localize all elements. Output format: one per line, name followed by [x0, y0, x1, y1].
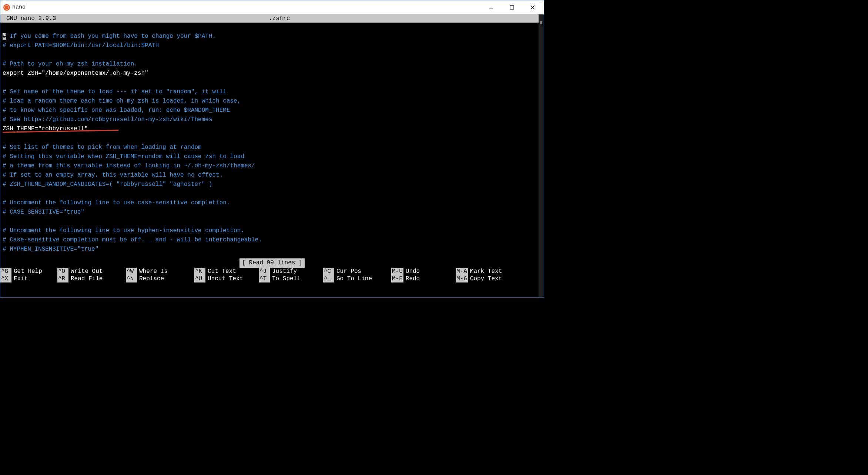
shortcut-key: ^J: [259, 268, 270, 275]
editor-line: # ZSH_THEME_RANDOM_CANDIDATES=( "robbyru…: [0, 180, 544, 189]
editor-line: ZSH_THEME="robbyrussell": [0, 124, 544, 134]
shortcut-key: ^X: [0, 275, 11, 282]
shortcut-key: ^U: [194, 275, 205, 282]
shortcut-label: Go To Line: [334, 275, 372, 282]
editor-line: [0, 78, 544, 87]
shortcut-label: Cur Pos: [334, 268, 361, 275]
shortcut-key: ^W: [126, 268, 137, 275]
svg-rect-1: [510, 6, 514, 9]
editor-line: # If set to an empty array, this variabl…: [0, 171, 544, 180]
shortcut-item: M-ERedo: [391, 275, 456, 282]
shortcut-key: ^O: [57, 268, 68, 275]
shortcut-item: M-UUndo: [391, 268, 456, 275]
shortcut-key: ^K: [194, 268, 205, 275]
minimize-button[interactable]: [486, 2, 496, 13]
shortcut-label: Cut Text: [205, 268, 236, 275]
shortcut-label: Undo: [403, 268, 420, 275]
editor-line: [0, 217, 544, 226]
editor-line: # export PATH=$HOME/bin:/usr/local/bin:$…: [0, 41, 544, 50]
ubuntu-icon: [3, 4, 10, 11]
shortcut-label: Get Help: [11, 268, 42, 275]
shortcut-key: ^G: [0, 268, 11, 275]
editor-line: # If you come from bash you might have t…: [0, 32, 544, 41]
shortcut-row-2: ^XExit^RRead File^\Replace^UUncut Text^T…: [0, 275, 539, 282]
shortcut-item: ^KCut Text: [194, 268, 259, 275]
shortcut-bar: ^GGet Help^OWrite Out^WWhere Is^KCut Tex…: [0, 268, 539, 282]
shortcut-key: M-E: [391, 275, 403, 282]
shortcut-item: ^CCur Pos: [323, 268, 391, 275]
shortcut-item: M-AMark Text: [456, 268, 539, 275]
editor-line: # Uncomment the following line to use ca…: [0, 198, 544, 208]
shortcut-key: ^T: [259, 275, 270, 282]
maximize-button[interactable]: [507, 2, 517, 13]
shortcut-item: ^UUncut Text: [194, 275, 259, 282]
editor-line: # Set name of the theme to load --- if s…: [0, 87, 544, 97]
editor-line: # Uncomment the following line to use hy…: [0, 226, 544, 235]
shortcut-key: ^C: [323, 268, 334, 275]
nano-header: GNU nano 2.9.3 .zshrc: [0, 14, 544, 23]
shortcut-key: M-U: [391, 268, 403, 275]
shortcut-item: ^_Go To Line: [323, 275, 391, 282]
shortcut-item: M-6Copy Text: [456, 275, 539, 282]
shortcut-item: ^TTo Spell: [259, 275, 323, 282]
editor-line: [0, 189, 544, 198]
shortcut-label: Exit: [11, 275, 28, 282]
editor-line: [0, 134, 544, 143]
window-title: nano: [12, 4, 26, 10]
scrollbar-thumb[interactable]: [540, 21, 542, 24]
editor-line: # See https://github.com/robbyrussell/oh…: [0, 115, 544, 124]
shortcut-label: Write Out: [68, 268, 103, 275]
window-controls: [486, 2, 541, 13]
status-bar: [ Read 99 lines ]: [0, 258, 544, 268]
shortcut-label: Redo: [403, 275, 420, 282]
shortcut-key: ^R: [57, 275, 68, 282]
shortcut-label: Where Is: [137, 268, 168, 275]
shortcut-item: ^\Replace: [126, 275, 194, 282]
shortcut-label: Mark Text: [468, 268, 502, 275]
shortcut-item: ^RRead File: [57, 275, 126, 282]
shortcut-key: ^_: [323, 275, 334, 282]
shortcut-label: Uncut Text: [205, 275, 243, 282]
editor-area[interactable]: # If you come from bash you might have t…: [0, 23, 544, 282]
editor-line: # to know which specific one was loaded,…: [0, 106, 544, 115]
editor-line: # Setting this variable when ZSH_THEME=r…: [0, 152, 544, 161]
nano-filename: .zshrc: [269, 15, 544, 22]
editor-line: # load a random theme each time oh-my-zs…: [0, 97, 544, 106]
shortcut-label: Justify: [270, 268, 297, 275]
editor-line: # Path to your oh-my-zsh installation.: [0, 60, 544, 69]
shortcut-item: ^OWrite Out: [57, 268, 126, 275]
editor-line: # HYPHEN_INSENSITIVE="true": [0, 245, 544, 254]
shortcut-key: M-6: [456, 275, 468, 282]
editor-line: export ZSH="/home/exponentemx/.oh-my-zsh…: [0, 69, 544, 78]
editor-line: # a theme from this variable instead of …: [0, 161, 544, 171]
editor-line: [0, 50, 544, 60]
text-cursor: #: [3, 33, 6, 40]
editor-line: # Case-sensitive completion must be off.…: [0, 235, 544, 245]
editor-line: # Set list of themes to pick from when l…: [0, 143, 544, 152]
shortcut-label: Copy Text: [468, 275, 502, 282]
shortcut-row-1: ^GGet Help^OWrite Out^WWhere Is^KCut Tex…: [0, 268, 539, 275]
shortcut-label: Read File: [68, 275, 103, 282]
shortcut-item: ^XExit: [0, 275, 57, 282]
scrollbar[interactable]: [539, 14, 544, 297]
shortcut-key: M-A: [456, 268, 468, 275]
shortcut-item: ^JJustify: [259, 268, 323, 275]
shortcut-item: ^GGet Help: [0, 268, 57, 275]
status-message: [ Read 99 lines ]: [239, 258, 304, 268]
window-titlebar: nano: [0, 0, 544, 14]
shortcut-label: Replace: [137, 275, 164, 282]
nano-app-label: GNU nano 2.9.3: [0, 15, 269, 22]
shortcut-label: To Spell: [270, 275, 301, 282]
editor-line: # CASE_SENSITIVE="true": [0, 208, 544, 217]
shortcut-item: ^WWhere Is: [126, 268, 194, 275]
close-button[interactable]: [527, 2, 538, 13]
shortcut-key: ^\: [126, 275, 137, 282]
